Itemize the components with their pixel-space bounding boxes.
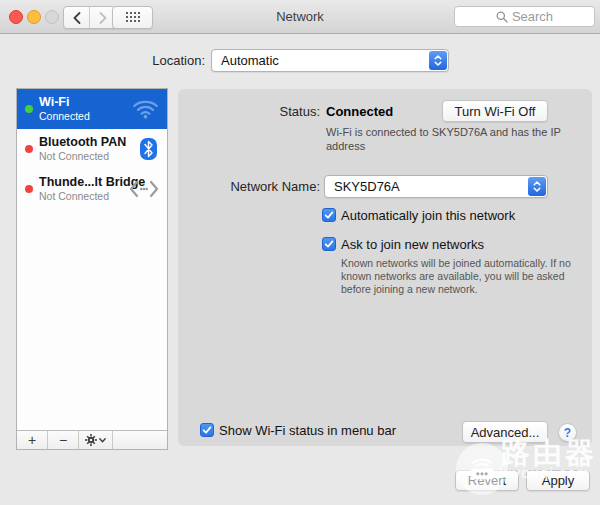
network-name-value: SKY5D76A	[334, 176, 400, 197]
ask-join-checkbox[interactable]	[322, 237, 336, 251]
menu-bar-checkbox[interactable]	[200, 423, 214, 437]
stepper-icon	[429, 51, 447, 70]
advanced-button[interactable]: Advanced...	[462, 421, 548, 443]
search-input[interactable]: Search	[454, 6, 595, 27]
search-icon	[496, 11, 508, 23]
show-all-button[interactable]	[112, 6, 153, 29]
service-name: Wi-Fi	[39, 95, 90, 109]
search-placeholder: Search	[512, 9, 553, 24]
network-preferences-window: Network	[0, 0, 600, 505]
close-button[interactable]	[9, 10, 23, 24]
toolbar: Network	[0, 0, 600, 34]
service-name: Bluetooth PAN	[39, 135, 126, 149]
back-button[interactable]	[64, 7, 90, 28]
grid-icon	[126, 12, 140, 23]
status-label: Status:	[178, 104, 320, 119]
service-actions-button[interactable]	[79, 431, 113, 449]
network-name-select[interactable]: SKY5D76A	[324, 175, 548, 198]
service-list-toolbar: + −	[17, 430, 167, 449]
status-value: Connected	[326, 104, 393, 119]
auto-join-label[interactable]: Automatically join this network	[341, 208, 515, 223]
sidebar-item-wifi[interactable]: Wi-Fi Connected	[17, 89, 167, 129]
check-icon	[324, 210, 334, 220]
chevron-right-icon	[98, 12, 108, 24]
gear-icon	[85, 434, 97, 446]
status-dot-red	[25, 145, 33, 153]
status-dot-red	[25, 185, 33, 193]
remove-service-button[interactable]: −	[48, 431, 79, 449]
bluetooth-icon	[140, 138, 157, 164]
zoom-button	[45, 10, 59, 24]
nav-buttons	[63, 6, 116, 29]
network-name-label: Network Name:	[178, 179, 320, 194]
menu-bar-label[interactable]: Show Wi-Fi status in menu bar	[219, 423, 396, 438]
services-sidebar: Wi-Fi Connected Bluetooth PAN Not Connec…	[16, 88, 168, 450]
location-select[interactable]: Automatic	[211, 49, 449, 72]
minimize-button[interactable]	[27, 10, 41, 24]
turn-wifi-off-button[interactable]: Turn Wi-Fi Off	[442, 100, 548, 122]
sidebar-item-bluetooth-pan[interactable]: Bluetooth PAN Not Connected	[17, 129, 167, 169]
location-value: Automatic	[221, 50, 279, 71]
chevron-down-icon	[99, 438, 106, 443]
sidebar-item-thunderbolt-bridge[interactable]: Thunde...lt Bridge Not Connected	[17, 169, 167, 209]
apply-button[interactable]: Apply	[526, 470, 590, 491]
status-dot-green	[25, 105, 33, 113]
thunderbolt-bridge-icon	[129, 180, 159, 202]
wifi-icon	[132, 98, 159, 123]
check-icon	[324, 239, 334, 249]
status-note: Wi-Fi is connected to SKY5D76A and has t…	[326, 125, 564, 153]
chevron-left-icon	[72, 12, 82, 24]
service-status: Connected	[39, 109, 90, 123]
stepper-icon	[528, 177, 546, 196]
ask-join-label[interactable]: Ask to join new networks	[341, 237, 484, 252]
revert-button[interactable]: Revert	[455, 470, 519, 491]
auto-join-checkbox[interactable]	[322, 208, 336, 222]
help-button[interactable]: ?	[558, 423, 577, 442]
service-status: Not Connected	[39, 149, 126, 163]
ask-join-note: Known networks will be joined automatica…	[341, 257, 593, 296]
check-icon	[202, 425, 212, 435]
location-label: Location:	[100, 53, 205, 68]
add-service-button[interactable]: +	[17, 431, 48, 449]
main-panel: Status: Connected Turn Wi-Fi Off Wi-Fi i…	[178, 89, 592, 446]
